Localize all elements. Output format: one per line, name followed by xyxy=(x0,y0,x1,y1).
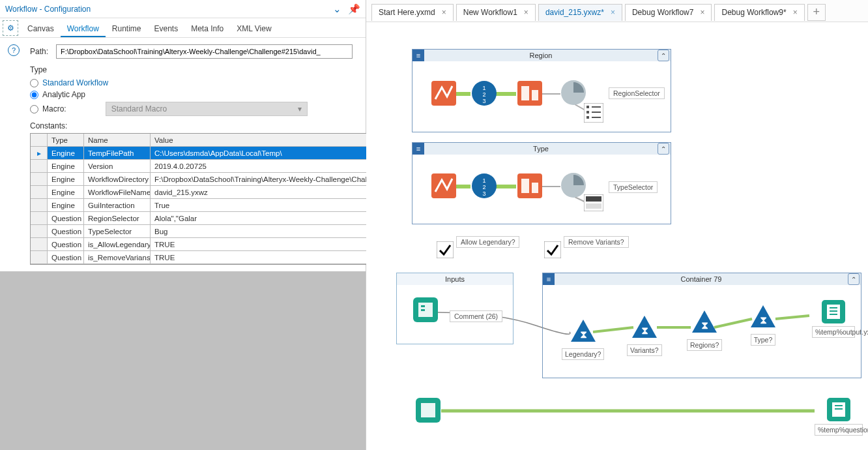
create-config-tool[interactable]: 123 xyxy=(472,81,497,106)
pin-icon[interactable]: 📌 xyxy=(348,3,360,15)
collapse-icon[interactable]: ⌃ xyxy=(658,50,669,61)
svg-rect-36 xyxy=(532,183,538,193)
svg-text:1: 1 xyxy=(482,177,485,184)
create-config-tool[interactable]: 123 xyxy=(472,173,497,198)
container-tag-icon: ≡ xyxy=(412,143,424,155)
close-icon[interactable]: × xyxy=(793,8,798,17)
doc-tab[interactable]: Debug Workflow7× xyxy=(625,4,712,21)
container-tag-icon: ≡ xyxy=(543,273,555,285)
annotation: Remove Variants? xyxy=(564,236,629,248)
doc-tab[interactable]: Start Here.yxmd× xyxy=(371,4,454,21)
workflow-canvas[interactable]: ≡Region⌃ 123 RegionSelector ≡Type⌃ 123 T… xyxy=(366,22,868,450)
svg-text:⧗: ⧗ xyxy=(641,325,648,336)
path-input[interactable] xyxy=(56,44,353,59)
constants-label: Constants: xyxy=(30,121,353,130)
tab-metainfo[interactable]: Meta Info xyxy=(184,20,230,37)
macro-input-tool[interactable] xyxy=(431,173,456,198)
svg-rect-29 xyxy=(431,173,456,198)
radio-standard-label: Standard Workflow xyxy=(42,78,108,87)
listbox-tool[interactable] xyxy=(584,103,603,123)
col-type[interactable]: Type xyxy=(48,134,84,146)
dropdown-tool[interactable] xyxy=(584,194,603,211)
radio-standard[interactable] xyxy=(30,79,38,87)
tool-label: %temp%output.yxdb xyxy=(812,326,855,338)
checkbox-tool[interactable] xyxy=(544,241,561,258)
filter-tool[interactable]: ⧗Variants? xyxy=(627,314,662,356)
tool-label: Variants? xyxy=(627,344,662,356)
svg-text:3: 3 xyxy=(482,190,485,197)
container-title: Inputs xyxy=(397,275,513,283)
table-row[interactable]: Questionis_RemoveVariansTRUE xyxy=(31,251,422,264)
chevron-down-icon: ▾ xyxy=(298,104,302,113)
filter-tool[interactable]: ⧗Regions? xyxy=(687,309,722,351)
constants-grid[interactable]: Type Name Value # ▸ Engine TempFilePath … xyxy=(30,133,423,265)
svg-rect-25 xyxy=(586,116,589,119)
output-tool[interactable]: %temp%output.yxdb xyxy=(812,300,855,338)
doc-tab[interactable]: New Workflow1× xyxy=(456,4,536,21)
tool-label: Regions? xyxy=(687,339,722,351)
table-row[interactable]: ▸ Engine TempFilePath C:\Users\dsmda\App… xyxy=(31,147,422,160)
chevron-down-icon[interactable]: ⌄ xyxy=(333,3,341,15)
summarize-tool[interactable] xyxy=(517,173,542,198)
doc-tab-bar: Start Here.yxmd× New Workflow1× david_21… xyxy=(366,0,868,22)
tab-events[interactable]: Events xyxy=(148,20,185,37)
svg-rect-46 xyxy=(421,309,425,311)
tab-xmlview[interactable]: XML View xyxy=(230,20,278,37)
type-section-label: Type xyxy=(30,65,353,74)
checkbox-tool[interactable] xyxy=(437,241,454,258)
gear-icon[interactable]: ⚙ xyxy=(3,20,18,36)
container-title: Region xyxy=(424,52,658,59)
annotation: Allow Legendary? xyxy=(456,236,519,248)
table-row[interactable]: EngineGuiInteractionTrue xyxy=(31,199,422,212)
svg-rect-44 xyxy=(418,303,433,317)
svg-rect-42 xyxy=(544,241,561,258)
action-tool[interactable] xyxy=(560,172,586,198)
doc-tab[interactable]: david_215.yxwz*× xyxy=(538,4,622,21)
tab-workflow[interactable]: Workflow xyxy=(61,20,106,37)
comment-annot: Comment (26) xyxy=(450,310,502,322)
tool-label: Type? xyxy=(751,334,776,346)
svg-rect-35 xyxy=(521,179,529,193)
close-icon[interactable]: × xyxy=(611,8,615,17)
container-tag-icon: ≡ xyxy=(412,50,424,61)
input-tool[interactable] xyxy=(416,398,441,423)
svg-text:2: 2 xyxy=(482,91,485,98)
collapse-icon[interactable]: ⌃ xyxy=(848,273,860,285)
svg-text:⧗: ⧗ xyxy=(701,320,708,331)
input-tool[interactable] xyxy=(413,297,438,322)
tab-canvas[interactable]: Canvas xyxy=(21,20,61,37)
svg-rect-24 xyxy=(586,111,589,113)
doc-tab[interactable]: Debug Workflow9*× xyxy=(714,4,804,21)
output-tool[interactable]: %temp%questions.yxdb xyxy=(815,398,863,436)
action-tool[interactable] xyxy=(560,80,586,106)
svg-rect-13 xyxy=(431,81,456,106)
col-name[interactable]: Name xyxy=(84,134,151,146)
table-row[interactable]: EngineVersion2019.4.0.20725 xyxy=(31,160,422,173)
radio-analytic[interactable] xyxy=(30,91,38,99)
svg-rect-39 xyxy=(586,196,601,202)
table-row[interactable]: EngineWorkflowDirectoryF:\Dropbox\DataSc… xyxy=(31,173,422,186)
tab-runtime[interactable]: Runtime xyxy=(106,20,148,37)
svg-text:1: 1 xyxy=(482,85,485,91)
table-row[interactable]: EngineWorkflowFileNamedavid_215.yxwz xyxy=(31,186,422,199)
new-tab-button[interactable]: + xyxy=(807,4,826,21)
close-icon[interactable]: × xyxy=(524,8,528,17)
filter-tool[interactable]: ⧗Type? xyxy=(749,304,777,346)
macro-input-tool[interactable] xyxy=(431,81,456,106)
help-icon[interactable]: ? xyxy=(8,44,20,56)
filter-tool[interactable]: ⧗Legendary? xyxy=(562,318,604,360)
collapse-icon[interactable]: ⌃ xyxy=(658,143,669,155)
radio-macro[interactable] xyxy=(30,105,38,113)
radio-analytic-label: Analytic App xyxy=(42,90,85,99)
summarize-tool[interactable] xyxy=(517,81,542,106)
close-icon[interactable]: × xyxy=(700,8,704,17)
close-icon[interactable]: × xyxy=(442,8,446,17)
macro-select[interactable]: Standard Macro ▾ xyxy=(106,102,308,116)
svg-text:3: 3 xyxy=(482,98,485,104)
svg-text:⧗: ⧗ xyxy=(579,329,586,340)
table-row[interactable]: QuestionTypeSelectorBug xyxy=(31,225,422,238)
container-title: Type xyxy=(424,145,658,153)
table-row[interactable]: Questionis_AllowLegendaryTRUE xyxy=(31,238,422,251)
svg-rect-18 xyxy=(517,81,542,106)
table-row[interactable]: QuestionRegionSelectorAlola","Galar xyxy=(31,212,422,225)
